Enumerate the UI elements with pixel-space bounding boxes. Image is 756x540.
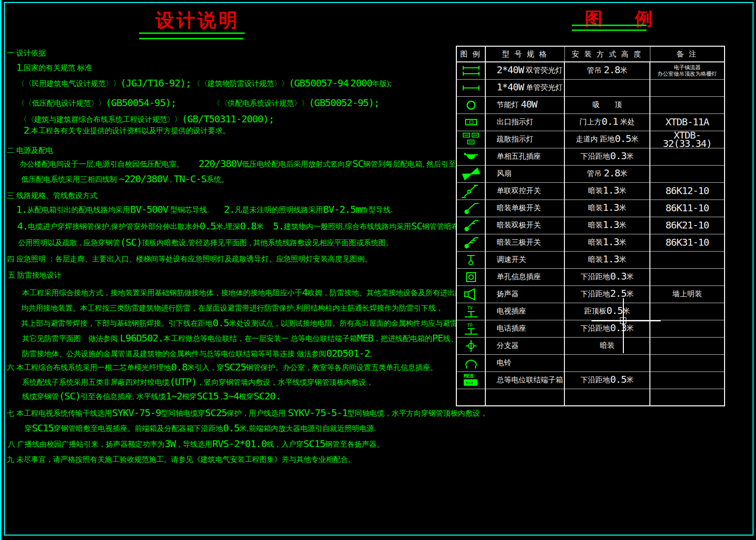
exit-indicator-icon — [460, 117, 482, 125]
note-line: 〈〈建筑与建筑群综合布线系统工程设计规范〉〉(GB/T50311-2000); — [20, 114, 274, 124]
legend-model-cell: 2*40W 双管荧光灯 — [485, 62, 564, 79]
legend-model-cell: 疏散指示灯 — [485, 131, 564, 148]
legend-row: 节能灯 40W吸 顶 — [456, 96, 725, 114]
legend-symbol-cell — [456, 148, 485, 165]
legend-header-1: 型 号 规 格 — [485, 46, 564, 62]
legend-install-cell: 距顶板0.5米 — [564, 303, 650, 320]
legend-model-cell — [485, 389, 564, 406]
legend-model-cell: 单孔信息插座 — [485, 268, 564, 285]
legend-install-cell: 管吊 2.8米 — [564, 62, 650, 79]
legend-symbol-cell — [456, 114, 485, 131]
legend-model-cell: 电视插座 — [485, 303, 564, 320]
note-line: 穿SC15穿钢管暗敷至电视插座。前端箱及分配器箱下沿距地0.5米,前端箱内放大器… — [25, 424, 376, 433]
note-line: 一 设计依据 — [7, 48, 46, 58]
legend-row: 分支器暗装 — [456, 337, 725, 354]
legend-symbol-cell — [456, 62, 485, 79]
legend-note-cell — [650, 354, 725, 371]
legend-symbol-cell — [456, 165, 485, 182]
note-line: 线缆穿钢管(SC)引至各信息插座, 水平线缆1~2根穿SC15 ,3~4根穿SC… — [22, 392, 281, 401]
legend-symbol-cell — [456, 268, 485, 285]
design-notes-title: 设计说明 — [155, 8, 240, 33]
legend-table: 图 例型 号 规 格安 装 方 式 高 度备 注2*40W 双管荧光灯管吊 2.… — [456, 46, 725, 406]
legend-install-cell: 吸 顶 — [564, 96, 650, 114]
legend-symbol-cell: TP — [456, 320, 485, 337]
two-way-switch-icon — [460, 186, 482, 194]
legend-row: 2*40W 双管荧光灯管吊 2.8米电子镇流器办公室做吊顶改为格栅灯 — [456, 62, 725, 79]
legend-note-cell — [650, 79, 725, 96]
legend-model-cell: 节能灯 40W — [485, 96, 564, 114]
legend-symbol-cell — [456, 354, 485, 371]
legend-row: 风扇管吊 2.8米 — [456, 165, 725, 182]
legend-symbol-cell — [456, 234, 485, 251]
double-pole-switch-icon — [460, 220, 482, 228]
fan-icon — [460, 169, 482, 177]
legend-symbol-cell — [456, 131, 485, 148]
legend-symbol-cell — [456, 389, 485, 406]
fluorescent-double-icon — [460, 66, 482, 74]
evacuation-indicator-icon — [460, 134, 482, 142]
legend-row: 单相五孔插座下沿距地0.3米 — [456, 148, 725, 165]
note-line: 本工程采用综合接地方式，接地装置采用基础钢筋做接地体，接地体的接地电阻应小于4欧… — [22, 288, 521, 298]
legend-note-cell — [650, 337, 725, 354]
note-line: 系统配线子系统采用五类非屏蔽四对对绞电缆(UTP)，竖向穿钢管墙内敷设，水平线缆… — [22, 377, 373, 387]
legend-row: 调速开关暗装1.3米 — [456, 251, 725, 268]
legend-note-cell — [650, 165, 725, 182]
legend-note-cell: 86K12-10 — [650, 182, 725, 199]
legend-note-cell — [650, 268, 725, 285]
note-line: 1,国家的有关规范 标准 — [16, 63, 92, 73]
legend-install-cell: 暗装1.3米 — [564, 251, 650, 268]
legend-row: 单孔信息插座下沿距地0.3米 — [456, 268, 725, 285]
legend-row: 出口指示灯门上方0.1 米处XTDB-11A — [456, 114, 725, 131]
legend-note-cell: XTDB-11A — [650, 114, 725, 131]
legend-symbol-cell — [456, 199, 485, 217]
legend-row: 暗装单极开关暗装1.3米86K11-10 — [456, 199, 725, 217]
note-line: 其它见防雷平面图 做法参阅 L96D502.本工程做总等电位联结，在一层安装一 … — [22, 334, 458, 343]
svg-text:MEB: MEB — [464, 373, 474, 379]
legend-model-cell: 扬声器 — [485, 285, 564, 303]
design-title-underline-2 — [139, 38, 243, 39]
note-line: 其上部与避雷带焊接，下部与基础钢筋焊接。引下线在距地0.5米处设测试点，以测试接… — [21, 318, 502, 328]
single-phase-socket-icon — [460, 151, 482, 160]
crosshair-pickbox[interactable] — [620, 317, 626, 324]
legend-model-cell: 总等电位联结端子箱 — [485, 371, 564, 389]
note-line: 四 应急照明 ：各层走廊、主要出入口、楼梯间等处设有应急照明灯及疏散诱导灯。应急… — [7, 254, 372, 264]
legend-model-cell: 暗装单极开关 — [485, 199, 564, 217]
legend-note-cell — [650, 148, 725, 165]
meb-box-icon: MEB××× — [460, 375, 482, 383]
legend-note-cell: 86K21-10 — [650, 217, 725, 234]
note-line: 三 线路规格、管线敷设方式 — [7, 191, 97, 200]
legend-note-cell: XTDB-32(33.34) — [650, 131, 725, 148]
legend-install-cell: 下沿距地0.3米 — [564, 148, 650, 165]
legend-model-cell: 暗装三极开关 — [485, 234, 564, 251]
splitter-icon — [460, 341, 482, 349]
svg-text:×××: ××× — [466, 380, 474, 385]
legend-install-cell — [564, 389, 650, 406]
legend-note-cell — [650, 371, 725, 389]
legend-install-cell: 下沿距地0.5米 — [564, 371, 650, 389]
note-line: 1.从配电箱引出的配电线路均采用BV-500V 型铜芯导线. 2.凡是未注明的照… — [16, 205, 393, 215]
legend-row: 电铃 — [456, 354, 725, 371]
legend-row — [456, 389, 725, 406]
legend-model-cell: 暗装双极开关 — [485, 217, 564, 234]
legend-model-cell: 调速开关 — [485, 251, 564, 268]
note-line: 八 广播线由校园广播站引来，扬声器额定功率为3W，导线选用RVS-2*01.0线… — [8, 439, 384, 449]
legend-install-cell: 暗装 — [564, 337, 650, 354]
legend-install-cell — [564, 79, 650, 96]
note-line: 六 本工程综合布线系统采用一根二芯单模光纤埋地0.8米引入，穿SC25钢管保护。… — [7, 363, 437, 372]
legend-symbol-cell — [456, 79, 485, 96]
svg-text:TV: TV — [467, 306, 473, 311]
note-line: 七 本工程电视系统传输干线选用SYKV-75-9型同轴电缆穿SC25保护，用户线… — [7, 408, 487, 418]
legend-row: 单联双控开关暗装1.3米86K12-10 — [456, 182, 725, 199]
legend-header-0: 图 例 — [456, 46, 485, 62]
fluorescent-single-icon — [460, 83, 482, 91]
speed-switch-icon — [460, 255, 482, 263]
note-line: 〈〈民用建筑电气设计规范〉〉(JGJ/T16-92); 〈〈建筑物防雷设计规范〉… — [17, 79, 392, 88]
legend-install-cell: 门上方0.1 米处 — [564, 114, 650, 131]
legend-symbol-cell — [456, 251, 485, 268]
svg-text:TP: TP — [467, 323, 473, 328]
legend-symbol-cell — [456, 285, 485, 303]
legend-row: 扬声器下沿距地2.5米墙上明装 — [456, 285, 725, 303]
tv-socket-icon: TV — [460, 306, 482, 314]
legend-note-cell: 86K11-10 — [650, 199, 725, 217]
legend-row: 1*40W 单管荧光灯 — [456, 79, 725, 96]
